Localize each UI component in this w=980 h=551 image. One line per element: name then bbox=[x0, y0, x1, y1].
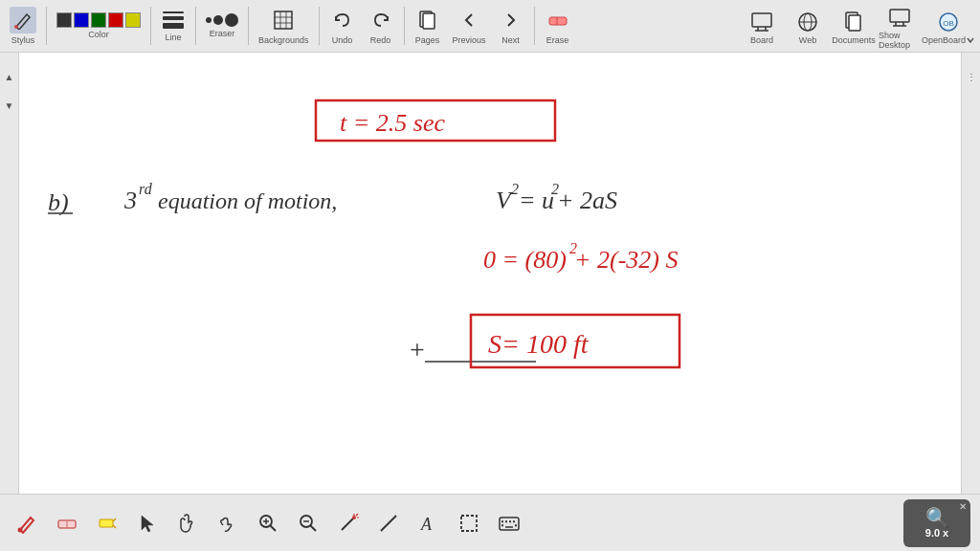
zoom-close-icon[interactable]: ✕ bbox=[959, 501, 967, 512]
scroll-tool-btn[interactable] bbox=[211, 506, 245, 540]
openboard-icon: OB bbox=[933, 9, 964, 35]
svg-text:S= 100 ft: S= 100 ft bbox=[488, 329, 590, 359]
svg-rect-18 bbox=[849, 15, 860, 31]
laser-tool-btn[interactable] bbox=[331, 506, 366, 540]
redo-group: Redo bbox=[364, 7, 398, 45]
svg-text:+ 2aS: + 2aS bbox=[557, 187, 617, 214]
svg-rect-19 bbox=[890, 10, 909, 22]
sep7 bbox=[534, 7, 535, 45]
zoom-out-btn[interactable] bbox=[291, 506, 325, 540]
svg-text:0 = (80): 0 = (80) bbox=[483, 246, 567, 274]
svg-text:3: 3 bbox=[123, 187, 137, 214]
line-thin[interactable] bbox=[163, 11, 184, 13]
color-group: Color bbox=[53, 12, 145, 39]
backgrounds-group: Backgrounds bbox=[255, 7, 313, 45]
sep1 bbox=[46, 7, 47, 45]
line-draw-btn[interactable] bbox=[371, 506, 406, 540]
zoom-search-icon: 🔍 bbox=[925, 508, 949, 527]
backgrounds-button[interactable] bbox=[270, 7, 297, 33]
svg-text:equation of motion,: equation of motion, bbox=[158, 188, 337, 213]
bottom-tools-left: A bbox=[10, 506, 526, 540]
zoom-in-btn[interactable] bbox=[251, 506, 285, 540]
svg-text:A: A bbox=[420, 515, 433, 534]
svg-text:t = 2.5 sec: t = 2.5 sec bbox=[340, 109, 445, 137]
stylus-button[interactable] bbox=[10, 7, 36, 33]
documents-label: Documents bbox=[832, 35, 876, 45]
svg-point-0 bbox=[14, 25, 18, 29]
hand-tool-btn[interactable] bbox=[170, 506, 205, 540]
color-green[interactable] bbox=[91, 12, 106, 28]
sep3 bbox=[195, 7, 196, 45]
keyboard-tool-btn[interactable] bbox=[492, 506, 526, 540]
svg-line-49 bbox=[113, 525, 116, 528]
line-thick[interactable] bbox=[163, 23, 184, 29]
color-black[interactable] bbox=[56, 12, 72, 28]
pages-label: Pages bbox=[415, 35, 440, 45]
undo-button[interactable] bbox=[329, 7, 356, 33]
stylus-group: Stylus bbox=[6, 7, 40, 45]
eraser-dots bbox=[206, 13, 238, 27]
pen-tool-btn[interactable] bbox=[10, 506, 44, 540]
right-handle-btn[interactable]: ⋮ bbox=[964, 62, 979, 91]
line-medium[interactable] bbox=[163, 16, 184, 20]
top-right-tools: Board Web Documents Show Desktop OB bbox=[741, 0, 972, 53]
svg-text:2: 2 bbox=[511, 181, 519, 197]
next-button[interactable] bbox=[498, 7, 524, 33]
color-blue[interactable] bbox=[74, 12, 89, 28]
left-arrow-down[interactable]: ▼ bbox=[2, 91, 17, 120]
svg-text:+ 2(-32) S: + 2(-32) S bbox=[574, 246, 679, 274]
board-label: Board bbox=[750, 35, 773, 45]
board-icon bbox=[746, 9, 777, 35]
svg-text:+: + bbox=[410, 335, 425, 364]
web-tool[interactable]: Web bbox=[787, 9, 829, 45]
right-handle: ⋮ bbox=[961, 53, 980, 494]
eraser-small[interactable] bbox=[206, 17, 212, 23]
canvas-svg: t = 2.5 sec b) 3 rd equation of motion, … bbox=[19, 53, 961, 494]
text-tool-btn[interactable]: A bbox=[412, 506, 446, 540]
backgrounds-label: Backgrounds bbox=[258, 35, 309, 45]
select-tool-btn[interactable] bbox=[130, 506, 165, 540]
color-red[interactable] bbox=[108, 12, 123, 28]
erase-label: Erase bbox=[546, 35, 569, 45]
svg-rect-65 bbox=[500, 518, 519, 530]
sep5 bbox=[319, 7, 320, 45]
board-tool[interactable]: Board bbox=[741, 9, 783, 45]
documents-tool[interactable]: Documents bbox=[833, 9, 875, 45]
eraser-tool-btn[interactable] bbox=[50, 506, 84, 540]
svg-rect-64 bbox=[461, 516, 477, 531]
svg-line-55 bbox=[311, 525, 317, 531]
erase-button[interactable] bbox=[545, 7, 571, 33]
undo-group: Undo bbox=[325, 7, 360, 45]
line-group: Line bbox=[157, 10, 189, 42]
zoom-indicator[interactable]: ✕ 🔍 9.0 x bbox=[903, 499, 970, 547]
bottom-toolbar: A ✕ 🔍 9.0 x bbox=[0, 494, 980, 551]
openboard-tool[interactable]: OB OpenBoard bbox=[924, 9, 972, 45]
eraser-group: Eraser bbox=[202, 13, 242, 38]
previous-button[interactable] bbox=[456, 7, 482, 33]
sep4 bbox=[248, 7, 249, 45]
highlighter-tool-btn[interactable] bbox=[90, 506, 124, 540]
svg-line-48 bbox=[113, 518, 116, 521]
svg-rect-7 bbox=[423, 13, 434, 29]
svg-line-61 bbox=[356, 514, 358, 516]
erase-group: Erase bbox=[541, 7, 575, 45]
show-desktop-icon bbox=[884, 4, 915, 31]
show-desktop-label: Show Desktop bbox=[879, 31, 921, 50]
eraser-medium[interactable] bbox=[213, 15, 223, 25]
previous-label: Previous bbox=[453, 35, 486, 45]
svg-text:b): b) bbox=[48, 188, 69, 216]
zoom-level: 9.0 x bbox=[925, 527, 948, 539]
color-label: Color bbox=[88, 30, 109, 39]
canvas-area[interactable]: t = 2.5 sec b) 3 rd equation of motion, … bbox=[19, 53, 961, 494]
eraser-large[interactable] bbox=[225, 13, 238, 27]
redo-button[interactable] bbox=[368, 7, 394, 33]
svg-rect-47 bbox=[100, 519, 113, 527]
show-desktop-tool[interactable]: Show Desktop bbox=[879, 4, 921, 50]
left-arrow-up[interactable]: ▲ bbox=[2, 62, 17, 91]
color-yellow[interactable] bbox=[125, 12, 141, 28]
web-label: Web bbox=[799, 35, 816, 45]
shape-tool-btn[interactable] bbox=[452, 506, 486, 540]
svg-line-62 bbox=[381, 516, 396, 531]
pages-button[interactable] bbox=[414, 7, 441, 33]
left-handle: ▲ ▼ bbox=[0, 53, 19, 494]
